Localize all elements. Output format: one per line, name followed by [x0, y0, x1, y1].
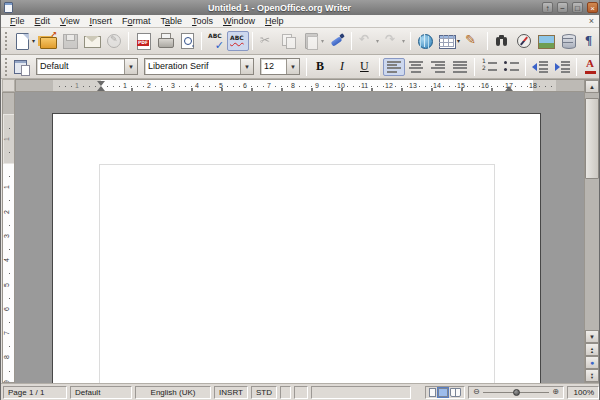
- close-button[interactable]: ×: [587, 2, 598, 13]
- status-selection-mode[interactable]: STD: [251, 386, 277, 399]
- print-button[interactable]: [154, 31, 176, 51]
- maximize-button[interactable]: □: [572, 2, 583, 13]
- cut-icon: [258, 32, 276, 50]
- dropdown-arrow-icon[interactable]: ▼: [286, 59, 299, 74]
- zoom-slider-thumb[interactable]: [513, 389, 520, 396]
- toolbar-grip[interactable]: [3, 57, 9, 75]
- multi-page-view-icon[interactable]: [438, 388, 448, 397]
- increase-indent-button[interactable]: [551, 58, 573, 76]
- autospellcheck-button[interactable]: [227, 31, 249, 51]
- email-button[interactable]: [81, 31, 103, 51]
- align-justify-button[interactable]: [449, 58, 471, 76]
- dropdown-arrow-icon[interactable]: ▾: [457, 38, 460, 44]
- open-button[interactable]: [37, 31, 59, 51]
- minimize-button[interactable]: −: [557, 2, 568, 13]
- font-size-combo[interactable]: 12▼: [260, 58, 300, 75]
- status-page-number[interactable]: Page 1 / 1: [3, 386, 67, 399]
- dropdown-arrow-icon[interactable]: ▾: [376, 38, 379, 44]
- find-replace-button[interactable]: [491, 31, 513, 51]
- hyperlink-button[interactable]: [414, 31, 436, 51]
- bulleted-list-button[interactable]: [500, 58, 522, 76]
- dropdown-arrow-icon[interactable]: ▾: [32, 38, 35, 44]
- menu-window[interactable]: Window: [218, 15, 260, 27]
- vertical-ruler[interactable]: 1234567891: [2, 92, 15, 383]
- status-zoom-level[interactable]: 100%: [567, 386, 599, 399]
- zoom-in-icon[interactable]: ⊕: [552, 387, 559, 397]
- spellcheck-button[interactable]: [205, 31, 227, 51]
- undo-button[interactable]: ▾: [355, 31, 381, 51]
- decrease-indent-button[interactable]: [529, 58, 551, 76]
- scroll-up-icon[interactable]: ▲: [585, 80, 599, 93]
- vertical-scrollbar[interactable]: ▲ ▼ ▲▲ ● ▼▼: [584, 79, 600, 383]
- edit-file-button[interactable]: [103, 31, 125, 51]
- zoom-slider-track[interactable]: [483, 392, 550, 393]
- scrollbar-thumb[interactable]: [585, 98, 599, 179]
- page-preview-icon: [178, 32, 196, 50]
- navigation-icon[interactable]: ●: [585, 356, 599, 369]
- status-insert-mode[interactable]: INSRT: [214, 386, 248, 399]
- zoom-out-icon[interactable]: ⊖: [473, 387, 480, 397]
- menu-file[interactable]: File: [5, 15, 30, 27]
- menu-table[interactable]: Table: [155, 15, 187, 27]
- bold-button[interactable]: [310, 58, 332, 76]
- copy-button[interactable]: [278, 31, 300, 51]
- menu-edit[interactable]: Edit: [30, 15, 56, 27]
- font-color-button[interactable]: ▾: [580, 58, 600, 76]
- status-signature-cell[interactable]: [311, 386, 411, 399]
- font-name-value[interactable]: Liberation Serif: [145, 59, 240, 74]
- underline-button[interactable]: [354, 58, 376, 76]
- status-hyperlink-cell[interactable]: [280, 386, 291, 399]
- next-page-icon[interactable]: ▼▼: [585, 369, 599, 382]
- toolbar-separator: [351, 32, 352, 50]
- status-modified-cell[interactable]: [294, 386, 308, 399]
- paragraph-style-combo[interactable]: Default▼: [36, 58, 138, 75]
- horizontal-ruler[interactable]: 1234567891011121314151617181: [15, 79, 585, 92]
- scroll-down-icon[interactable]: ▼: [585, 330, 599, 343]
- font-name-combo[interactable]: Liberation Serif▼: [144, 58, 254, 75]
- cut-button[interactable]: [256, 31, 278, 51]
- status-page-style[interactable]: Default: [70, 386, 132, 399]
- align-left-button[interactable]: [383, 58, 405, 76]
- dropdown-arrow-icon[interactable]: ▾: [402, 38, 405, 44]
- export-pdf-button[interactable]: [132, 31, 154, 51]
- draw-functions-button[interactable]: [462, 31, 484, 51]
- gallery-button[interactable]: [535, 31, 557, 51]
- new-document-button[interactable]: ▾: [11, 31, 37, 51]
- menu-insert[interactable]: Insert: [84, 15, 117, 27]
- page-preview-button[interactable]: [176, 31, 198, 51]
- toolbar-grip[interactable]: [3, 31, 9, 52]
- previous-page-icon[interactable]: ▲▲: [585, 343, 599, 356]
- styles-formatting-button[interactable]: [11, 58, 33, 76]
- menu-format[interactable]: Format: [117, 15, 156, 27]
- format-paintbrush-button[interactable]: [326, 31, 348, 51]
- numbered-list-button[interactable]: [478, 58, 500, 76]
- menu-view[interactable]: View: [55, 15, 84, 27]
- font-size-value[interactable]: 12: [261, 59, 286, 74]
- nonprinting-characters-button[interactable]: [579, 31, 600, 51]
- save-button[interactable]: [59, 31, 81, 51]
- align-right-button[interactable]: [427, 58, 449, 76]
- book-view-icon[interactable]: [450, 388, 461, 397]
- dropdown-arrow-icon[interactable]: ▼: [124, 59, 137, 74]
- left-indent-marker[interactable]: [97, 82, 105, 91]
- status-language[interactable]: English (UK): [135, 386, 211, 399]
- ruler-tick: [89, 86, 90, 87]
- dropdown-arrow-icon[interactable]: ▼: [240, 59, 253, 74]
- close-document-icon[interactable]: ×: [586, 16, 597, 27]
- shade-button[interactable]: ↑: [542, 2, 553, 13]
- single-page-view-icon[interactable]: [429, 388, 436, 397]
- menu-tools[interactable]: Tools: [187, 15, 218, 27]
- data-sources-button[interactable]: [557, 31, 579, 51]
- scrollbar-track[interactable]: [585, 179, 599, 330]
- redo-button[interactable]: ▾: [381, 31, 407, 51]
- paragraph-style-value[interactable]: Default: [37, 59, 124, 74]
- align-center-button[interactable]: [405, 58, 427, 76]
- document-page[interactable]: [52, 113, 541, 383]
- document-workspace[interactable]: [15, 92, 584, 383]
- navigator-button[interactable]: [513, 31, 535, 51]
- paste-button[interactable]: ▾: [300, 31, 326, 51]
- menu-help[interactable]: Help: [260, 15, 289, 27]
- dropdown-arrow-icon[interactable]: ▾: [321, 38, 324, 44]
- table-button[interactable]: ▾: [436, 31, 462, 51]
- italic-button[interactable]: [332, 58, 354, 76]
